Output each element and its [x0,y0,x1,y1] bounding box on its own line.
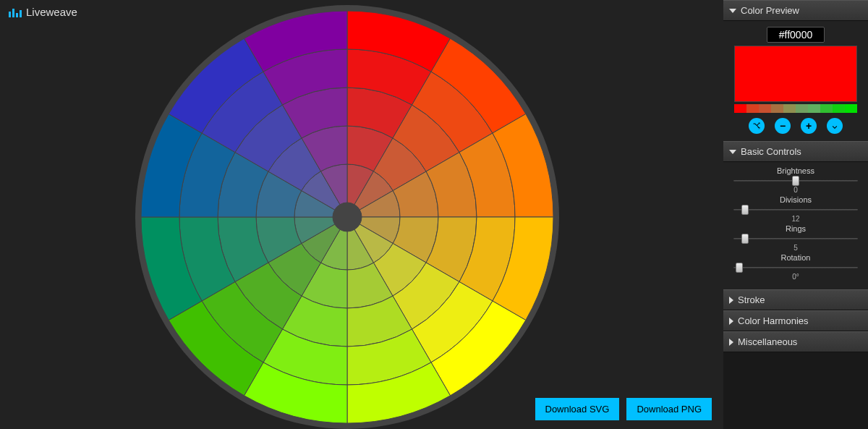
panel-body-color-preview: #ff0000 − + [723,21,868,141]
chevron-right-icon [729,339,733,346]
color-swatch-large [734,46,857,102]
panel-header-harmonies[interactable]: Color Harmonies [723,310,868,331]
arrow-down-icon [830,122,839,130]
shuffle-button[interactable] [749,118,765,134]
control-label: Rotation [781,253,811,262]
panel-title: Color Preview [741,5,799,16]
chevron-down-icon [729,150,736,154]
download-buttons: Download SVG Download PNG [535,398,724,420]
harmony-swatch[interactable] [845,104,857,113]
rotation-slider[interactable] [733,263,859,272]
control-value: 12 [791,215,799,223]
chevron-right-icon [729,318,733,325]
color-wheel[interactable] [130,0,564,429]
sidebar: Color Preview #ff0000 − + Basic Controls… [723,0,868,429]
panel-body-basic-controls: Brightness 0 Divisions 12 Rings 5 Rotati… [723,162,868,289]
panel-header-stroke[interactable]: Stroke [723,289,868,310]
harmony-swatch[interactable] [833,104,845,113]
harmony-swatch[interactable] [771,104,783,113]
panel-title: Basic Controls [741,146,801,157]
panel-header-color-preview[interactable]: Color Preview [723,0,868,21]
panel-header-misc[interactable]: Miscellaneous [723,331,868,352]
minus-button[interactable]: − [775,118,791,134]
divisions-slider[interactable] [733,205,859,214]
control-rings: Rings 5 [731,224,861,252]
download-svg-button[interactable]: Download SVG [535,398,620,420]
harmony-swatch[interactable] [783,104,796,113]
brightness-slider[interactable] [733,177,859,185]
main-canvas-area: Liveweave Download SVG Download PNG [0,0,723,429]
panel-title: Stroke [738,294,765,305]
control-label: Brightness [777,166,814,175]
harmony-swatch[interactable] [746,104,759,113]
control-brightness: Brightness 0 [731,166,861,194]
download-png-button[interactable]: Download PNG [626,398,712,420]
panel-title: Miscellaneous [738,336,797,347]
panel-header-basic-controls[interactable]: Basic Controls [723,141,868,162]
rings-slider[interactable] [733,234,859,243]
down-arrow-button[interactable] [827,118,843,134]
brand: Liveweave [9,6,77,18]
harmony-swatch-row [734,104,857,113]
panel-title: Color Harmonies [738,315,809,326]
control-label: Divisions [780,195,812,204]
harmony-swatch[interactable] [759,104,771,113]
brand-logo-icon [9,7,22,17]
control-label: Rings [786,224,806,233]
harmony-swatch[interactable] [808,104,820,113]
brand-label: Liveweave [26,6,77,18]
control-value: 5 [793,244,798,252]
preview-action-row: − + [749,118,843,134]
chevron-right-icon [729,297,733,304]
control-value: 0 [793,186,798,194]
hex-value[interactable]: #ff0000 [767,27,825,43]
plus-button[interactable]: + [801,118,817,134]
control-rotation: Rotation 0° [731,253,861,281]
harmony-swatch[interactable] [796,104,808,113]
harmony-swatch[interactable] [820,104,833,113]
chevron-down-icon [729,9,736,13]
harmony-swatch[interactable] [734,104,746,113]
control-divisions: Divisions 12 [731,195,861,223]
shuffle-icon [752,122,761,130]
control-value: 0° [792,273,799,281]
